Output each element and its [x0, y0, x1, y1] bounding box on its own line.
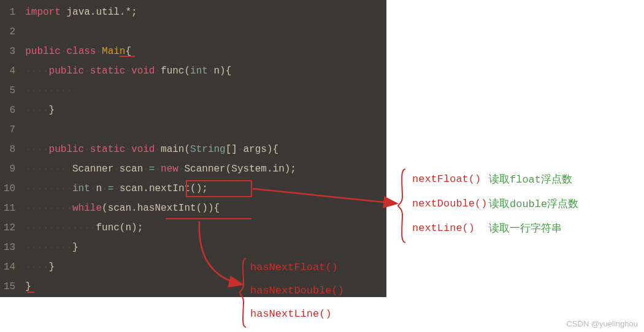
code-line-2	[25, 22, 383, 42]
side-method-row: nextFloat() 读取float浮点数	[412, 167, 578, 191]
code-line-10: ········int·n·=·scan.nextInt();	[25, 179, 383, 198]
bottom-method: hasNextLine()	[250, 303, 344, 326]
line-number: 2	[4, 22, 15, 42]
line-number: 12	[4, 218, 15, 238]
code-line-7	[25, 120, 383, 140]
method-desc: 读取一行字符串	[489, 221, 562, 235]
code-line-6: ····}	[25, 100, 383, 120]
code-line-8: ····public·static·void·main(String[]·arg…	[25, 140, 383, 159]
method-desc: 读取double浮点数	[489, 197, 578, 211]
code-line-5: ········	[25, 81, 383, 100]
line-number: 6	[4, 100, 15, 120]
line-number: 8	[4, 140, 15, 159]
code-line-13: ········}	[25, 238, 383, 257]
bottom-method: hasNextDouble()	[250, 279, 344, 303]
code-content[interactable]: import·java.util.*; public·class·Main{ ·…	[21, 0, 386, 297]
code-line-1: import·java.util.*;	[25, 2, 383, 22]
line-number: 10	[4, 179, 15, 198]
code-editor: 1 2 3 4 5 6 7 8 9 10 11 12 13 14 15 impo…	[0, 0, 386, 297]
method-name: nextFloat()	[412, 173, 489, 185]
side-method-row: nextDouble() 读取double浮点数	[412, 191, 578, 216]
bottom-methods-panel: hasNextFloat() hasNextDouble() hasNextLi…	[250, 256, 344, 326]
code-line-11: ········while(scan.hasNextInt()){	[25, 198, 383, 218]
code-line-4: ····public·static·void·func(int·n){	[25, 61, 383, 81]
line-number: 1	[4, 2, 15, 22]
line-number: 9	[4, 159, 15, 179]
line-number: 3	[4, 42, 15, 61]
line-number: 5	[4, 81, 15, 100]
watermark: CSDN @yuelinghou	[566, 319, 638, 328]
brace-icon	[396, 167, 408, 245]
line-number-gutter: 1 2 3 4 5 6 7 8 9 10 11 12 13 14 15	[0, 0, 21, 297]
code-line-9: ········Scanner·scan·=·new·Scanner(Syste…	[25, 159, 383, 179]
line-number: 15	[4, 277, 15, 296]
line-number: 7	[4, 120, 15, 140]
line-number: 11	[4, 198, 15, 218]
line-number: 13	[4, 238, 15, 257]
method-name: nextDouble()	[412, 198, 489, 209]
code-line-3: public·class·Main{	[25, 42, 383, 61]
line-number: 14	[4, 257, 15, 277]
bottom-method: hasNextFloat()	[250, 256, 344, 279]
method-desc: 读取float浮点数	[489, 172, 572, 186]
line-number: 4	[4, 61, 15, 81]
side-method-row: nextLine() 读取一行字符串	[412, 216, 578, 240]
side-methods-panel: nextFloat() 读取float浮点数 nextDouble() 读取do…	[412, 167, 578, 240]
method-name: nextLine()	[412, 222, 489, 234]
code-line-12: ············func(n);	[25, 218, 383, 238]
